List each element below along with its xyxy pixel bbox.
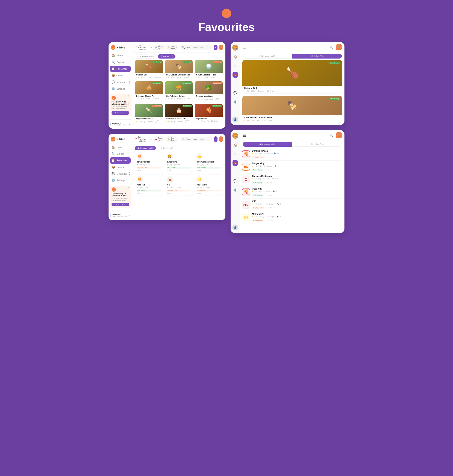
search-input-2[interactable] — [186, 138, 210, 140]
nav-orders[interactable]: 📦 Orders — [110, 72, 131, 78]
mobile-nav-grid[interactable]: ⊞ — [233, 63, 238, 69]
mobile-cart-btn-2[interactable]: 🛒 — [336, 132, 342, 138]
explore-icon-2: 🔍 — [112, 152, 115, 155]
user-info-2: Mark Clarke markclode@gmail.com — [112, 214, 127, 217]
nav-messages[interactable]: 💬 Messages 3 — [110, 79, 131, 85]
promo-order-btn-2[interactable]: Order now → — [112, 203, 129, 206]
deals-2[interactable]: 🏷️ Best deals ▾ — [166, 136, 178, 142]
tabs-bar-1: 🍽️ Restaurants (8) 🍴 Dishes (23) — [132, 53, 226, 60]
mobile-nav-settings[interactable]: ⚙️ — [233, 99, 238, 105]
search-bar-2[interactable]: 🔍 — [180, 137, 212, 141]
food-card-1[interactable]: 🍢 Free Delivery Char-Broiled Chicken Shi… — [165, 60, 193, 79]
messages-icon-2: 💬 — [112, 172, 115, 175]
hamburger-menu[interactable] — [243, 46, 246, 49]
mobile-search-btn-2[interactable]: 🔍 — [329, 133, 334, 138]
nav-explore[interactable]: 🔍 Explore — [110, 59, 131, 65]
restaurant-card-5[interactable]: M McDonald's ★ 4.5 (88) · Burger $2.99 D… — [195, 175, 223, 196]
promo-close-btn[interactable]: × — [128, 95, 129, 97]
mobile-restaurant-name-3: Pizza Hut — [252, 188, 342, 190]
mobile-nav-chat[interactable]: 💬 — [233, 90, 238, 96]
mobile-nav-chat-2[interactable]: 💬 — [233, 178, 238, 184]
filter-button[interactable]: ≡ — [214, 45, 218, 50]
mobile-cart-btn[interactable]: 🛒 — [336, 44, 342, 50]
hamburger-menu-2[interactable] — [243, 134, 246, 137]
mobile-tab-dishes-1[interactable]: 🍴 Dishes (23) — [292, 54, 342, 59]
mobile-nav-home-2[interactable]: 🏠 — [233, 142, 238, 148]
food-meta-7: ★ 5.0 (897) · Desserts · 15-25 min — [166, 120, 191, 123]
deals[interactable]: 🏷️ Best deals ▾ — [166, 45, 178, 50]
promo-order-btn[interactable]: Order now → — [112, 111, 129, 115]
tab-restaurants-1[interactable]: 🍽️ Restaurants (8) — [135, 54, 156, 59]
nav-explore-2[interactable]: 🔍 Explore — [110, 151, 131, 157]
food-card-2[interactable]: 🍚 $2.5 Delivery Natural Vegetable Rice ★… — [195, 60, 223, 79]
mobile-restaurant-info-3: Pizza Hut ★ 4.6 (24) · 🍽️ Pizza · 💺 5 — [252, 188, 342, 197]
tab-dishes-2[interactable]: 🍴 Dishes (23) — [158, 146, 176, 150]
food-card-5[interactable]: 🥦 $2.5 Delivery Roasted Vegetables ★ 4.9… — [195, 81, 223, 102]
location-2[interactable]: 📍 San Francisco, California ▾ — [135, 136, 152, 142]
mobile-nav-settings-2[interactable]: ⚙️ — [233, 187, 238, 193]
user-expand-icon-2[interactable]: ▲ — [128, 214, 130, 217]
mobile-restaurant-item-1[interactable]: BK Burger King ★ 4.8 (873) · 🍽️ Burger · — [242, 161, 342, 173]
mobile-tab-dishes-2[interactable]: 🍴 Dishes (23) — [292, 142, 342, 147]
mobile-search-btn[interactable]: 🔍 — [329, 44, 334, 50]
restaurant-card-1[interactable]: 🍔 Burger King ★ 4.8 (473) · Burger Free … — [165, 152, 193, 173]
pickup-2[interactable]: 🚗 Pick up ▾ — [154, 136, 164, 142]
mobile-restaurant-meta-3: ★ 4.6 (24) · 🍽️ Pizza · 💺 5 — [252, 190, 342, 192]
restaurant-card-3[interactable]: 🍕 Pizza Hut ★ 4.6 (24) · Pizza Free deli… — [135, 175, 163, 196]
restaurant-name-4: KFC — [167, 184, 191, 186]
food-card-3[interactable]: 🥧 Free Delivery Delicious Cheese Pie ★ 4… — [135, 81, 163, 102]
mobile-food-card-0[interactable]: 🍗 Free delivery Chicken Grill ★ 4.5 (237… — [242, 60, 342, 93]
filter-button-2[interactable]: ≡ — [214, 136, 218, 142]
delivery-badge: $2.5 Delivery — [212, 61, 222, 63]
nav-settings-2[interactable]: ⚙️ Settings — [110, 177, 131, 183]
mobile-tab-restaurants-2[interactable]: 🍽️ Restaurants (8) — [243, 142, 292, 147]
nav-home[interactable]: 🏠 Home — [110, 52, 131, 59]
cart-button-2[interactable]: 🛒 — [219, 136, 223, 142]
promo-tag-4: Buy 1 get 1 free — [167, 189, 191, 191]
mobile-restaurant-item-3[interactable]: 🍕 Pizza Hut ★ 4.6 (24) · 🍽️ Pizza — [242, 186, 342, 199]
nav-home-2[interactable]: 🏠 Home — [110, 144, 131, 150]
nav-orders-2[interactable]: 📦 Orders — [110, 164, 131, 170]
restaurant-card-4[interactable]: 🍗 KFC ★ 4.4 (48) · Chicken Buy 1 get 1 f… — [165, 175, 193, 196]
mobile-nav-grid-2[interactable]: ⊞ — [233, 151, 238, 157]
mobile-restaurant-logo-2: C — [242, 176, 250, 183]
mobile-restaurant-item-0[interactable]: 🍕 Domino's Pizza ★ 5.0 (786) · 🍽️ Pizza — [242, 148, 342, 161]
nav-favourites[interactable]: 📋 Favourites — [110, 66, 131, 72]
search-input-1[interactable] — [186, 46, 210, 49]
mobile-logo-avatar: 🍔 — [232, 45, 238, 51]
mobile-food-card-1[interactable]: 🍢 Free delivery Char-Broiled Chicken Shi… — [242, 96, 342, 123]
mobile-restaurant-meta-1: ★ 4.8 (873) · 🍽️ Burger · 💺 5 — [252, 165, 342, 167]
distance-2: 0.3 km — [197, 169, 221, 171]
user-expand-icon[interactable]: ▲ — [128, 123, 130, 125]
mobile-nav-bookmark-2[interactable]: 🔖 — [233, 160, 238, 166]
restaurant-logo-1: 🍔 — [167, 154, 173, 160]
food-card-6[interactable]: 🍡 $4.99 Delivery Vegetable Skewers ★ 4.3… — [135, 104, 163, 124]
mobile-restaurant-item-5[interactable]: M McDonald's ★ 4.5 (25,355) · 🍽️ Burger … — [242, 211, 342, 224]
nav-messages-2[interactable]: 💬 Messages 3 — [110, 171, 131, 177]
mobile-nav-bookmark[interactable]: 🔖 — [233, 72, 238, 78]
promo-close-btn-2[interactable]: × — [128, 187, 129, 189]
messages-icon: 💬 — [112, 80, 115, 84]
restaurant-card-2[interactable]: ⭐ Carrows Restaurant ★ 4.7 (91) · Asia F… — [195, 152, 223, 173]
tab-restaurants-2[interactable]: 🍽️ Restaurants (8) — [135, 146, 156, 150]
food-card-7[interactable]: 🎂 Free Delivery Chocolate Cheesecake ★ 5… — [165, 104, 193, 124]
food-card-0[interactable]: 🍗 Free Delivery Chicken Grill ★ 4.5 (291… — [135, 60, 163, 79]
location[interactable]: 📍 San Francisco, California ▾ — [135, 44, 152, 51]
cart-button[interactable]: 🛒 — [219, 45, 223, 50]
search-bar-1[interactable]: 🔍 — [180, 45, 212, 50]
mobile-restaurant-info-2: Carrows Restaurant ★ 4.7 (91) · 🍽️ Asia … — [252, 175, 342, 184]
restaurant-card-0[interactable]: 🍕 Domino's Pizza ★ 5.0 (736) · Pizza Buy… — [135, 152, 163, 173]
nav-favourites-2[interactable]: 📋 Favourites — [110, 157, 131, 164]
mobile-tab-restaurants-1[interactable]: 🍽️ Restaurants (8) — [243, 54, 292, 59]
mobile-nav-list[interactable]: ☰ — [233, 81, 238, 87]
mobile-nav-list-2[interactable]: ☰ — [233, 169, 238, 175]
mobile-restaurant-item-4[interactable]: KFC KFC ★ 4.4 (2,563) · 🍽️ Chicken · — [242, 199, 342, 211]
food-card-4[interactable]: 🍔 Free Delivery Chef's Burger Deluxe ★ 4… — [165, 81, 193, 102]
mobile-food-info-0: Chicken Grill ★ 4.5 (237) · Chicken · 30… — [242, 86, 342, 93]
nav-settings[interactable]: ⚙️ Settings — [110, 85, 131, 92]
mobile-nav-home[interactable]: 🏠 — [233, 54, 238, 60]
food-card-8[interactable]: 🍕 Free Delivery Peperoni Pie ★ 4.8 (540)… — [195, 104, 223, 124]
tab-dishes-1[interactable]: 🍴 Dishes (23) — [158, 54, 176, 59]
pickup[interactable]: 🚗 Pick up ▾ — [154, 45, 164, 50]
mobile-restaurant-item-2[interactable]: C Carrows Restaurant ★ 4.7 (91) · 🍽️ Asi… — [242, 173, 342, 186]
